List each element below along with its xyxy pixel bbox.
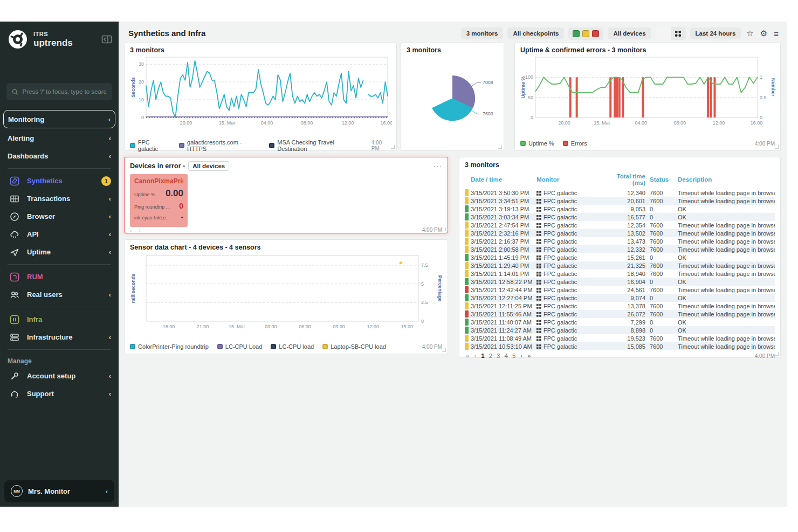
table-row[interactable]: 3/15/2021 10:53:10 AMFPC galactic15,0857… — [465, 342, 775, 350]
pagination-page-1[interactable]: 1 — [481, 353, 484, 359]
monitor-link[interactable]: FPC galactic — [544, 327, 577, 335]
legend-item[interactable]: LC-CPU load — [271, 343, 314, 350]
pagination-last-icon[interactable]: » — [527, 353, 531, 359]
monitor-link[interactable]: FPC galactic — [544, 319, 577, 327]
table-row[interactable]: 3/15/2021 3:50:30 PMFPC galactic12,34076… — [465, 189, 775, 197]
device-filter-button[interactable]: All devices — [188, 161, 229, 171]
error-bar[interactable] — [616, 77, 618, 118]
sidebar-item-monitoring[interactable]: Monitoring‹ — [3, 110, 115, 128]
resize-handle[interactable] — [442, 227, 446, 231]
time-range-button[interactable]: Last 24 hours — [690, 27, 741, 39]
sidebar-item-alerting[interactable]: Alerting‹ — [0, 129, 119, 147]
table-row[interactable]: 3/15/2021 1:14:01 PMFPC galactic18,94076… — [465, 270, 775, 278]
table-row[interactable]: 3/15/2021 11:08:49 AMFPC galactic19,5237… — [465, 334, 775, 342]
error-bar[interactable] — [569, 77, 572, 118]
legend-item[interactable]: ColorPrinter-Ping roundtrip — [130, 343, 209, 350]
table-row[interactable]: 3/15/2021 3:34:51 PMFPC galactic20,60176… — [465, 197, 775, 205]
checkpoints-filter-button[interactable]: All checkpoints — [507, 27, 564, 39]
sidebar-item-transactions[interactable]: Transactions‹ — [0, 190, 119, 208]
table-row[interactable]: 3/15/2021 2:00:58 PMFPC galactic12,33276… — [465, 245, 775, 253]
error-bar[interactable] — [609, 77, 611, 118]
sidebar-item-rum[interactable]: RUM — [0, 268, 119, 286]
devices-filter-button[interactable]: All devices — [608, 27, 651, 39]
monitor-link[interactable]: FPC galactic — [544, 279, 577, 286]
table-row[interactable]: 3/15/2021 12:27:04 PMFPC galactic9,0740O… — [465, 294, 775, 302]
table-row[interactable]: 3/15/2021 3:19:13 PMFPC galactic9,0530OK — [465, 205, 775, 213]
grid-view-segment[interactable] — [671, 27, 686, 40]
sidebar-item-account-setup[interactable]: Account setup‹ — [0, 367, 119, 385]
monitor-link[interactable]: FPC galactic — [544, 230, 577, 238]
sidebar-collapse-icon[interactable] — [101, 35, 112, 44]
list-view-segment[interactable] — [656, 27, 671, 40]
error-bar[interactable] — [642, 77, 644, 118]
table-row[interactable]: 3/15/2021 12:42:44 PMFPC galactic24,5617… — [465, 286, 775, 294]
user-menu[interactable]: MM Mrs. Monitor ‹ — [4, 480, 114, 502]
pagination-prev-icon[interactable]: ‹ — [474, 353, 476, 359]
legend-item[interactable]: LC-CPU Load — [217, 343, 262, 350]
monitor-link[interactable]: FPC galactic — [544, 262, 577, 270]
monitor-link[interactable]: FPC galactic — [544, 246, 577, 254]
pagination-page-5[interactable]: 5 — [512, 353, 515, 359]
monitor-link[interactable]: FPC galactic — [544, 238, 577, 246]
error-bar[interactable] — [576, 77, 578, 118]
monitor-link[interactable]: FPC galactic — [544, 214, 577, 222]
sidebar-item-dashboards[interactable]: Dashboards‹ — [0, 147, 119, 165]
legend-item[interactable]: Errors — [563, 140, 587, 147]
table-row[interactable]: 3/15/2021 2:47:54 PMFPC galactic12,35476… — [465, 221, 775, 229]
error-bar[interactable] — [710, 77, 712, 118]
pagination-page-2[interactable]: 2 — [489, 353, 492, 359]
monitor-link[interactable]: FPC galactic — [544, 303, 577, 310]
table-row[interactable]: 3/15/2021 11:40:07 AMFPC galactic7,2990O… — [465, 318, 775, 326]
monitor-link[interactable]: FPC galactic — [544, 222, 577, 230]
table-row[interactable]: 3/15/2021 1:45:19 PMFPC galactic15,2610O… — [465, 253, 775, 261]
status-colors-filter-button[interactable] — [568, 27, 603, 40]
monitor-link[interactable]: FPC galactic — [544, 254, 577, 262]
favorite-star-icon[interactable]: ☆ — [745, 29, 754, 38]
sidebar-search[interactable] — [6, 83, 112, 100]
legend-item[interactable]: MSA Checking Travel Destination — [269, 139, 362, 152]
monitor-link[interactable]: FPC galactic — [544, 190, 577, 197]
table-row[interactable]: 3/15/2021 11:24:27 AMFPC galactic8,8980O… — [465, 326, 775, 334]
monitor-link[interactable]: FPC galactic — [544, 198, 577, 205]
pagination-page-3[interactable]: 3 — [497, 353, 500, 359]
column-header[interactable]: Total time (ms) — [603, 171, 648, 189]
monitor-link[interactable]: FPC galactic — [544, 335, 577, 343]
sidebar-item-real-users[interactable]: Real users‹ — [0, 286, 119, 303]
monitor-link[interactable]: FPC galactic — [544, 206, 577, 213]
legend-item[interactable]: Laptop-SB-CPU load — [322, 343, 386, 350]
column-header[interactable]: Description — [676, 171, 775, 189]
resize-handle[interactable] — [498, 145, 502, 149]
column-header[interactable]: Monitor — [534, 171, 603, 189]
sidebar-item-support[interactable]: Support‹ — [0, 385, 119, 403]
table-row[interactable]: 3/15/2021 12:58:22 PMFPC galactic16,9040… — [465, 278, 775, 286]
column-header[interactable]: Status — [648, 171, 676, 189]
table-row[interactable]: 3/15/2021 3:03:34 PMFPC galactic16,5770O… — [465, 213, 775, 221]
resize-handle[interactable] — [391, 145, 395, 149]
legend-item[interactable]: FPC galactic — [130, 139, 170, 152]
pager-prev-icon[interactable]: ‹ — [130, 227, 132, 234]
pagination-first-icon[interactable]: « — [466, 353, 469, 359]
legend-item[interactable]: Uptime % — [520, 140, 554, 147]
resize-handle[interactable] — [775, 145, 779, 149]
column-header[interactable]: Date / time — [469, 171, 534, 189]
monitor-link[interactable]: FPC galactic — [544, 287, 577, 294]
sidebar-item-browser[interactable]: Browser‹ — [0, 208, 119, 225]
pagination-next-icon[interactable]: › — [520, 353, 522, 359]
pager-next-icon[interactable]: › — [139, 227, 141, 234]
settings-gear-icon[interactable]: ⚙ — [759, 29, 768, 38]
resize-handle[interactable] — [775, 352, 779, 356]
device-error-card[interactable]: CanonPixmaPrinter Uptime %0.00Ping round… — [130, 174, 188, 227]
sidebar-item-api[interactable]: API‹ — [0, 225, 119, 243]
table-row[interactable]: 3/15/2021 1:29:40 PMFPC galactic21,32576… — [465, 261, 775, 270]
table-row[interactable]: 3/15/2021 2:16:37 PMFPC galactic13,47376… — [465, 237, 775, 245]
monitor-link[interactable]: FPC galactic — [544, 343, 577, 351]
table-row[interactable]: 3/15/2021 2:32:16 PMFPC galactic13,50276… — [465, 229, 775, 237]
data-point[interactable] — [400, 261, 402, 264]
monitor-link[interactable]: FPC galactic — [544, 311, 577, 319]
more-options-icon[interactable]: ··· — [433, 164, 442, 168]
error-bar[interactable] — [707, 77, 709, 118]
resize-handle[interactable] — [442, 348, 446, 352]
table-row[interactable]: 3/15/2021 11:55:46 AMFPC galactic26,0727… — [465, 310, 775, 318]
error-bar[interactable] — [618, 77, 621, 118]
table-row[interactable]: 3/15/2021 12:11:25 PMFPC galactic13,3787… — [465, 302, 775, 310]
